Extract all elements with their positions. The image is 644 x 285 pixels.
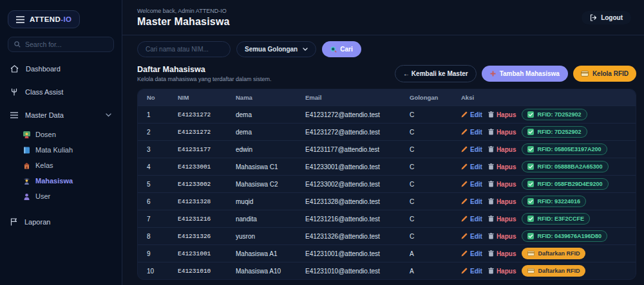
cell-aksi: Edit Hapus RFID: 7D252902: [461, 126, 636, 138]
col-header-no: No: [147, 94, 178, 101]
delete-link[interactable]: Hapus: [488, 198, 516, 205]
cell-no: 5: [147, 181, 178, 188]
sidebar-item-laporan[interactable]: Laporan: [0, 210, 122, 234]
sidebar-item-class-assist[interactable]: Class Assist: [0, 80, 122, 104]
sidebar-item-dashboard[interactable]: Dashboard: [0, 57, 122, 80]
cell-nim: E41231177: [178, 146, 236, 153]
delete-link[interactable]: Hapus: [488, 129, 516, 136]
brand-name: ATTEND-IO: [30, 15, 71, 23]
brand-logo[interactable]: ATTEND-IO: [8, 10, 80, 28]
cell-no: 10: [147, 268, 178, 275]
check-icon: [527, 198, 534, 205]
edit-link[interactable]: Edit: [461, 250, 482, 257]
card-icon: [527, 251, 535, 256]
rfid-badge: RFID: E3F2CCFE: [522, 213, 590, 225]
edit-link[interactable]: Edit: [461, 146, 482, 153]
pencil-icon: [461, 198, 468, 205]
table-row: 3 E41231177 edwin E41231177@attendio.tes…: [138, 140, 636, 158]
edit-link[interactable]: Edit: [461, 198, 482, 205]
edit-link[interactable]: Edit: [461, 111, 482, 118]
cell-aksi: Edit Hapus RFID: 7D252902: [461, 109, 636, 120]
cell-golongan: A: [410, 250, 461, 257]
edit-link[interactable]: Edit: [461, 233, 482, 240]
golongan-select[interactable]: Semua Golongan: [236, 41, 316, 57]
teacher-icon: [23, 131, 30, 138]
cell-nama: edwin: [236, 146, 305, 153]
cell-email: E41231326@attendio.test: [305, 233, 410, 240]
cell-nim: E41231272: [178, 129, 236, 136]
table-row: 8 E41231326 yusron E41231326@attendio.te…: [138, 227, 636, 244]
delete-link[interactable]: Hapus: [488, 250, 516, 257]
delete-link[interactable]: Hapus: [488, 216, 516, 223]
cell-golongan: C: [410, 163, 461, 170]
cell-no: 2: [147, 129, 178, 136]
sidebar-subitem-user[interactable]: User: [0, 188, 122, 204]
sidebar-item-label: Master Data: [25, 111, 64, 119]
section-title: Daftar Mahasiswa: [137, 65, 272, 74]
sidebar-item-master-data[interactable]: Master Data: [0, 104, 122, 127]
sidebar-search-input[interactable]: [25, 41, 108, 48]
sidebar-search[interactable]: [8, 37, 114, 52]
sidebar-subitem-mahasiswa[interactable]: Mahasiswa: [0, 173, 122, 188]
delete-link[interactable]: Hapus: [488, 233, 516, 240]
pencil-icon: [461, 146, 468, 152]
sidebar: ATTEND-IO Dashboard Class Assist: [0, 0, 122, 285]
search-icon: [14, 41, 21, 48]
table-row: 10 E41231010 Mahasiswa A10 E41231010@att…: [138, 262, 636, 279]
cell-nim: E41231010: [178, 268, 236, 275]
sidebar-subitem-dosen[interactable]: Dosen: [0, 127, 122, 142]
register-rfid-button[interactable]: Daftarkan RFID: [522, 265, 585, 277]
rfid-badge: RFID: 0439676A196D80: [522, 230, 607, 242]
add-student-button[interactable]: Tambah Mahasiswa: [482, 66, 568, 82]
student-search-input[interactable]: [137, 41, 231, 57]
edit-link[interactable]: Edit: [461, 216, 482, 223]
cell-golongan: C: [410, 233, 461, 240]
sidebar-subitem-kelas[interactable]: Kelas: [0, 158, 122, 173]
cell-nama: Mahasiswa C1: [236, 163, 305, 170]
rfid-badge: RFID: 93224016: [522, 196, 586, 207]
delete-link[interactable]: Hapus: [488, 163, 516, 170]
cell-nim: E41231216: [178, 216, 236, 223]
edit-link[interactable]: Edit: [461, 268, 482, 275]
edit-link[interactable]: Edit: [461, 163, 482, 170]
sidebar-item-label: Class Assist: [25, 88, 63, 96]
cell-golongan: C: [410, 146, 461, 153]
check-icon: [527, 181, 534, 187]
cell-nim: E41231272: [178, 111, 236, 118]
cell-no: 9: [147, 250, 178, 257]
menu-icon: [16, 16, 24, 23]
back-to-master-button[interactable]: ← Kembali ke Master: [395, 65, 477, 82]
trash-icon: [488, 216, 494, 222]
cell-nama: nandita: [236, 216, 305, 223]
pencil-icon: [461, 111, 468, 118]
cell-nama: Mahasiswa A1: [236, 250, 305, 257]
pencil-icon: [461, 216, 468, 222]
edit-link[interactable]: Edit: [461, 181, 482, 188]
cell-nama: dema: [236, 129, 305, 136]
search-button[interactable]: Cari: [322, 41, 361, 57]
logout-button[interactable]: Logout: [582, 11, 631, 24]
cell-aksi: Edit Hapus RFID: 058FB29D4E9200: [461, 178, 636, 190]
register-rfid-button[interactable]: Daftarkan RFID: [522, 248, 585, 259]
sidebar-subitem-mata-kuliah[interactable]: Mata Kuliah: [0, 142, 122, 158]
chevron-down-icon: [106, 113, 111, 117]
table-row: 5 E41233002 Mahasiswa C2 E41233002@atten…: [138, 175, 636, 192]
list-icon: [10, 112, 18, 118]
cell-nama: dema: [236, 111, 305, 118]
cell-no: 4: [147, 163, 178, 170]
delete-link[interactable]: Hapus: [488, 268, 516, 275]
cell-nama: muqid: [236, 198, 305, 205]
chevron-down-icon: [303, 48, 308, 51]
edit-link[interactable]: Edit: [461, 129, 482, 136]
cell-aksi: Edit Hapus RFID: E3F2CCFE: [461, 213, 636, 225]
pencil-icon: [461, 250, 468, 257]
pencil-icon: [461, 163, 468, 170]
delete-link[interactable]: Hapus: [488, 111, 516, 118]
delete-link[interactable]: Hapus: [488, 181, 516, 188]
section-subtitle: Kelola data mahasiswa yang terdaftar dal…: [137, 76, 272, 82]
manage-rfid-button[interactable]: Kelola RFID: [573, 66, 636, 82]
student-icon: [23, 178, 30, 185]
delete-link[interactable]: Hapus: [488, 146, 516, 153]
cell-golongan: C: [410, 129, 461, 136]
sidebar-subitem-label: Dosen: [35, 131, 56, 138]
